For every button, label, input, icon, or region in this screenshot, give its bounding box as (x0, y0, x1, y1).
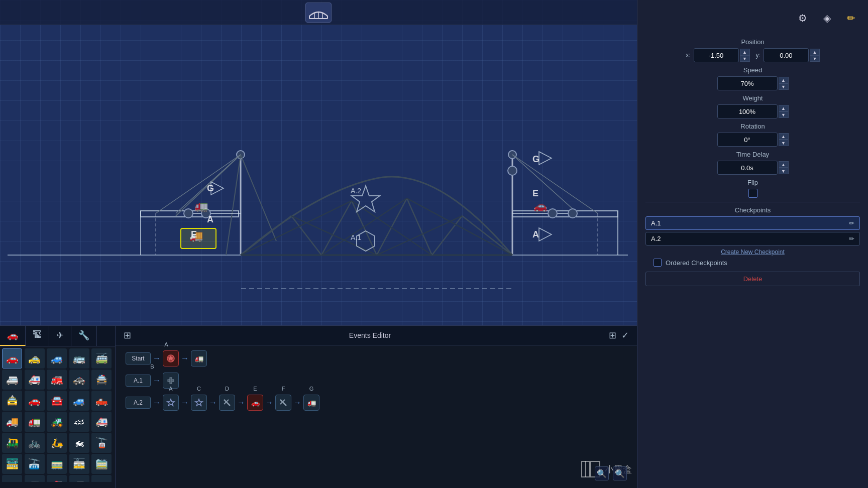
x-label: x: (686, 52, 690, 59)
event-start-trigger[interactable]: Start (126, 352, 151, 364)
vehicle-cable[interactable]: 🚡 (91, 433, 112, 453)
vehicle-bicycle[interactable]: 🚲 (25, 433, 45, 453)
time-delay-spin-up[interactable]: ▲ (779, 161, 789, 168)
rotation-spin-up[interactable]: ▲ (779, 133, 789, 140)
ordered-checkpoints-checkbox[interactable] (654, 259, 662, 267)
event-a2-trigger[interactable]: A.2 (126, 397, 151, 409)
vehicle-car-1[interactable]: 🚗 (2, 348, 22, 369)
event-node-e-red[interactable]: 🚗 (247, 395, 263, 411)
tab-tools[interactable]: 🔧 (71, 326, 97, 346)
checkpoint-item-a1[interactable]: A.1 ✏ (645, 216, 860, 230)
time-delay-spin-down[interactable]: ▼ (779, 168, 789, 174)
zoom-out-btn[interactable]: 🔍 (613, 466, 627, 480)
checkpoint-a2-edit-icon[interactable]: ✏ (849, 235, 854, 242)
edit-icon-btn[interactable]: ✏ (842, 9, 860, 27)
vehicle-firetruck[interactable]: 🚒 (47, 370, 67, 390)
vehicle-train2[interactable]: 🚞 (91, 454, 112, 474)
event-node-a-checkpoint[interactable] (163, 395, 179, 411)
tab-plane[interactable]: ✈ (49, 326, 71, 346)
vehicle-moto[interactable]: 🏍 (69, 433, 89, 453)
time-delay-input[interactable] (717, 161, 778, 175)
vehicle-taxi2[interactable]: 🚖 (2, 391, 22, 411)
weight-input[interactable] (717, 104, 778, 118)
event-node-g-vehicle[interactable]: 🚛 (303, 395, 319, 411)
bottom-tabs: 🚗 🏗 ✈ 🔧 (0, 326, 115, 346)
zoom-in-btn[interactable]: 🔍 (595, 466, 609, 480)
vehicle-taxi[interactable]: 🚕 (25, 348, 45, 369)
checkpoint-item-a2[interactable]: A.2 ✏ (645, 232, 860, 246)
weight-spin-down[interactable]: ▼ (779, 111, 789, 118)
rotation-input-group: ▲ ▼ (717, 133, 789, 147)
event-node-d-tool[interactable] (219, 395, 235, 411)
vehicle-police2[interactable]: 🚔 (91, 370, 112, 390)
vehicle-pickup[interactable]: 🛻 (91, 391, 112, 411)
vehicle-train[interactable]: 🚋 (69, 454, 89, 474)
checkpoint-a1-edit-icon[interactable]: ✏ (849, 219, 854, 227)
vehicle-grid: 🚗 🚕 🚙 🚌 🚎 🚐 🚑 🚒 🚓 🚔 🚖 🚗 🚘 🚙 🛻 🚚 🚛 🚜 🏎 🚑 (0, 346, 115, 482)
vehicle-racing[interactable]: 🏎 (69, 412, 89, 432)
svg-line-18 (241, 155, 276, 241)
x-input-group: ▲ ▼ (694, 48, 750, 62)
vehicle-trolley[interactable]: 🚎 (91, 348, 112, 369)
vehicle-suv2[interactable]: 🚙 (69, 391, 89, 411)
vehicle-suv[interactable]: 🚙 (47, 348, 67, 369)
vehicle-cone[interactable]: 🔺 (2, 475, 22, 482)
vehicle-gondola[interactable]: 🚠 (25, 454, 45, 474)
tab-car[interactable]: 🚗 (0, 326, 26, 346)
events-back-btn[interactable]: ⊞ (124, 330, 131, 341)
rotation-label: Rotation (645, 123, 860, 130)
svg-line-29 (291, 216, 377, 255)
events-check-btn[interactable]: ✓ (621, 330, 629, 341)
y-spin-down[interactable]: ▼ (810, 55, 820, 62)
y-position-input[interactable] (764, 48, 809, 62)
speed-input[interactable] (717, 76, 778, 90)
svg-line-22 (321, 201, 352, 255)
settings-icon-btn[interactable]: ⚙ (794, 9, 812, 27)
vehicle-special4[interactable]: 🚓 (91, 475, 112, 482)
vehicle-ambulance[interactable]: 🚑 (25, 370, 45, 390)
event-node-c[interactable] (191, 395, 207, 411)
vehicle-special3[interactable]: 🚒 (69, 475, 89, 482)
vehicle-semi[interactable]: 🚛 (25, 412, 45, 432)
svg-line-21 (291, 216, 321, 255)
event-node-a-red[interactable] (163, 350, 179, 367)
delete-button[interactable]: Delete (645, 272, 860, 286)
cube-icon-btn[interactable]: ◈ (818, 9, 836, 27)
svg-marker-61 (195, 399, 202, 406)
flip-checkbox[interactable] (748, 189, 757, 198)
events-content: A Start → → 🚛 B A.1 → (116, 345, 637, 422)
x-spin-down[interactable]: ▼ (740, 55, 750, 62)
vehicle-ambulance2[interactable]: 🚑 (91, 412, 112, 432)
vehicle-scroll[interactable]: 🚗 🚕 🚙 🚌 🚎 🚐 🚑 🚒 🚓 🚔 🚖 🚗 🚘 🚙 🛻 🚚 🚛 🚜 🏎 🚑 (0, 346, 115, 482)
vehicle-scooter[interactable]: 🛵 (47, 433, 67, 453)
vehicle-monorail[interactable]: 🚟 (2, 454, 22, 474)
speed-spin-up[interactable]: ▲ (779, 77, 789, 83)
rotation-spin-down[interactable]: ▼ (779, 140, 789, 146)
vehicle-police[interactable]: 🚓 (69, 370, 89, 390)
events-grid-btn[interactable]: ⊞ (609, 330, 616, 341)
panel-header-icons: ⚙ ◈ ✏ (645, 5, 860, 35)
x-spin-up[interactable]: ▲ (740, 49, 750, 55)
create-checkpoint-link[interactable]: Create New Checkpoint (645, 249, 860, 256)
vehicle-truck[interactable]: 🚚 (2, 412, 22, 432)
tab-crane[interactable]: 🏗 (26, 326, 49, 346)
event-node-truck-1[interactable]: 🚛 (191, 350, 207, 367)
vehicle-bus[interactable]: 🚌 (69, 348, 89, 369)
vehicle-special1[interactable]: 🚐 (25, 475, 45, 482)
speed-spin-down[interactable]: ▼ (779, 83, 789, 90)
vehicle-special2[interactable]: 🚑 (47, 475, 67, 482)
time-delay-label: Time Delay (645, 151, 860, 158)
x-position-input[interactable] (694, 48, 739, 62)
vehicle-tractor[interactable]: 🚜 (47, 412, 67, 432)
event-a1-trigger[interactable]: A.1 (126, 375, 151, 387)
bridge-scene-svg: 🚚 🚗 🚛 (0, 0, 637, 325)
rotation-input[interactable] (717, 133, 778, 147)
vehicle-rickshaw[interactable]: 🛺 (2, 433, 22, 453)
y-spin-up[interactable]: ▲ (810, 49, 820, 55)
weight-spin-up[interactable]: ▲ (779, 105, 789, 111)
vehicle-car2[interactable]: 🚗 (25, 391, 45, 411)
event-node-f-tool[interactable] (275, 395, 291, 411)
vehicle-car3[interactable]: 🚘 (47, 391, 67, 411)
vehicle-van[interactable]: 🚐 (2, 370, 22, 390)
vehicle-tram[interactable]: 🚃 (47, 454, 67, 474)
